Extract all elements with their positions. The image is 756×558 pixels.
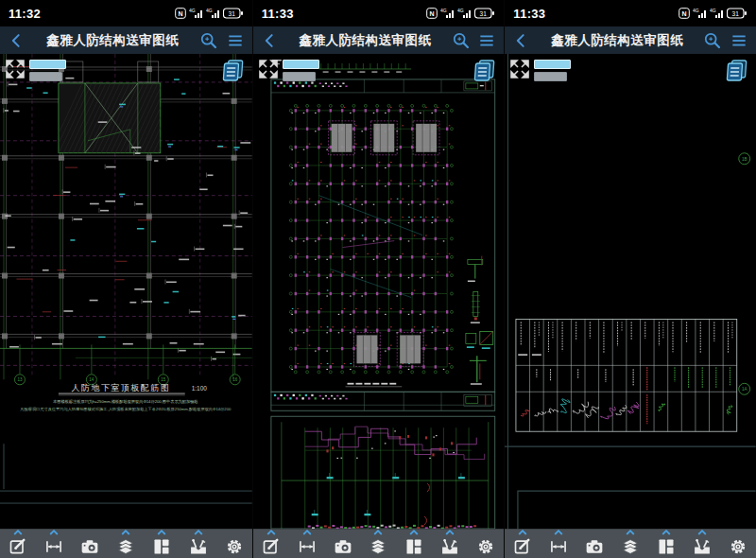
search-button[interactable] — [700, 28, 725, 53]
tool-settings-button[interactable] — [472, 530, 500, 558]
signal-4g-icon: 4G — [710, 8, 724, 19]
tool-layers-button[interactable] — [616, 530, 644, 558]
drawing-list-button[interactable] — [724, 58, 749, 83]
svg-text:4G: 4G — [457, 8, 464, 13]
fullscreen-button[interactable] — [258, 59, 279, 79]
back-button[interactable] — [5, 28, 29, 53]
tool-toolbox-button[interactable] — [688, 530, 716, 558]
toolbox-icon — [440, 537, 459, 556]
menu-button[interactable] — [474, 28, 499, 53]
tool-layout-button[interactable] — [147, 530, 176, 558]
triple-screenshot-strip: 11:32 N 4G 4G 31 — [0, 0, 756, 558]
signal-4g-icon: 4G — [457, 8, 472, 19]
svg-text:14: 14 — [89, 377, 94, 382]
chevron-left-icon — [8, 31, 26, 50]
menu-button[interactable] — [727, 28, 751, 53]
tool-edit-button[interactable] — [508, 530, 537, 558]
svg-text:1A: 1A — [742, 387, 748, 392]
active-sheet-bar — [283, 60, 319, 69]
phone-screen-1: 11:32 N 4G 4G 31 — [0, 0, 252, 558]
nfc-icon: N — [679, 8, 690, 19]
tool-layout-button[interactable] — [652, 530, 680, 558]
tool-edit-button[interactable] — [257, 530, 285, 558]
battery-icon: 31 — [223, 8, 244, 19]
nfc-icon: N — [426, 8, 438, 19]
hamburger-icon — [730, 31, 748, 50]
flyout-caret-icon — [409, 530, 419, 535]
svg-text:1B: 1B — [742, 157, 747, 162]
phone-screen-3: 11:33 N 4G 4G 31 — [504, 0, 756, 558]
status-icons: N 4G 4G 31 — [679, 8, 747, 19]
title-bar: 鑫雅人防结构送审图纸 — [253, 26, 505, 54]
inactive-sheet-bar — [534, 72, 567, 81]
tool-settings-button[interactable] — [220, 530, 249, 558]
menu-button[interactable] — [223, 28, 248, 53]
camera-icon — [334, 537, 352, 556]
search-button[interactable] — [197, 28, 221, 53]
drawing-list-button[interactable] — [220, 58, 246, 83]
sheet-scale-text: 1:100 — [192, 385, 208, 392]
active-sheet-bar — [29, 60, 66, 69]
flyout-caret-icon — [626, 530, 635, 535]
svg-text:31: 31 — [228, 10, 235, 17]
svg-text:4G: 4G — [440, 8, 447, 13]
settings-icon — [225, 537, 244, 556]
drawing-list-button[interactable] — [472, 58, 497, 83]
layout-icon — [657, 537, 676, 556]
title-bar: 鑫雅人防结构送审图纸 — [0, 26, 252, 54]
tool-edit-button[interactable] — [4, 530, 32, 558]
flyout-caret-icon — [121, 530, 130, 535]
signal-4g-icon: 4G — [440, 8, 455, 19]
edit-icon — [513, 537, 532, 556]
search-button[interactable] — [448, 28, 472, 53]
cad-drawing-plan-zoomed: 13141516人防地下室顶板配筋图1:100本图楼板标注板厚均为h=250mm… — [0, 54, 252, 529]
tool-measure-button[interactable] — [40, 530, 68, 558]
svg-text:N: N — [430, 10, 435, 17]
tool-measure-button[interactable] — [544, 530, 573, 558]
svg-text:16: 16 — [232, 377, 237, 382]
fullscreen-button[interactable] — [509, 59, 530, 79]
tool-camera-button[interactable] — [329, 530, 357, 558]
tool-toolbox-button[interactable] — [436, 530, 464, 558]
tool-settings-button[interactable] — [724, 530, 752, 558]
page-title: 鑫雅人防结构送审图纸 — [284, 32, 447, 49]
nfc-icon: N — [175, 8, 186, 19]
flyout-caret-icon — [554, 530, 563, 535]
inactive-sheet-bar — [283, 72, 316, 81]
svg-text:4G: 4G — [189, 8, 196, 13]
cad-canvas[interactable]: 1B1A — [505, 54, 756, 529]
sheet-model-toggle[interactable] — [283, 60, 319, 81]
fullscreen-button[interactable] — [5, 59, 26, 79]
measure-icon — [44, 537, 63, 556]
svg-text:N: N — [178, 10, 182, 17]
cad-canvas[interactable]: 13141516人防地下室顶板配筋图1:100本图楼板标注板厚均为h=250mm… — [0, 54, 252, 529]
page-title: 鑫雅人防结构送审图纸 — [31, 32, 195, 49]
svg-text:4G: 4G — [206, 8, 213, 13]
measure-icon — [298, 537, 317, 556]
sheet-model-toggle[interactable] — [29, 60, 66, 81]
tool-camera-button[interactable] — [580, 530, 609, 558]
svg-text:4G: 4G — [693, 8, 699, 13]
tool-layers-button[interactable] — [112, 530, 140, 558]
sheet-model-toggle[interactable] — [534, 60, 571, 81]
tool-layout-button[interactable] — [400, 530, 428, 558]
signal-4g-icon: 4G — [693, 8, 707, 19]
back-button[interactable] — [258, 28, 283, 53]
signal-4g-icon: 4G — [189, 8, 203, 19]
flyout-caret-icon — [662, 530, 671, 535]
battery-icon: 31 — [474, 8, 495, 19]
status-time: 11:33 — [262, 7, 294, 21]
bottom-toolbar — [253, 529, 505, 558]
hamburger-icon — [477, 31, 496, 50]
tool-camera-button[interactable] — [76, 530, 104, 558]
back-button[interactable] — [509, 28, 534, 53]
tool-measure-button[interactable] — [293, 530, 321, 558]
layout-icon — [404, 537, 423, 556]
camera-icon — [585, 537, 604, 556]
magnifier-icon — [451, 30, 471, 50]
cad-canvas[interactable] — [253, 54, 505, 529]
title-bar: 鑫雅人防结构送审图纸 — [505, 26, 756, 54]
tool-toolbox-button[interactable] — [184, 530, 213, 558]
edit-icon — [262, 537, 281, 556]
tool-layers-button[interactable] — [364, 530, 392, 558]
